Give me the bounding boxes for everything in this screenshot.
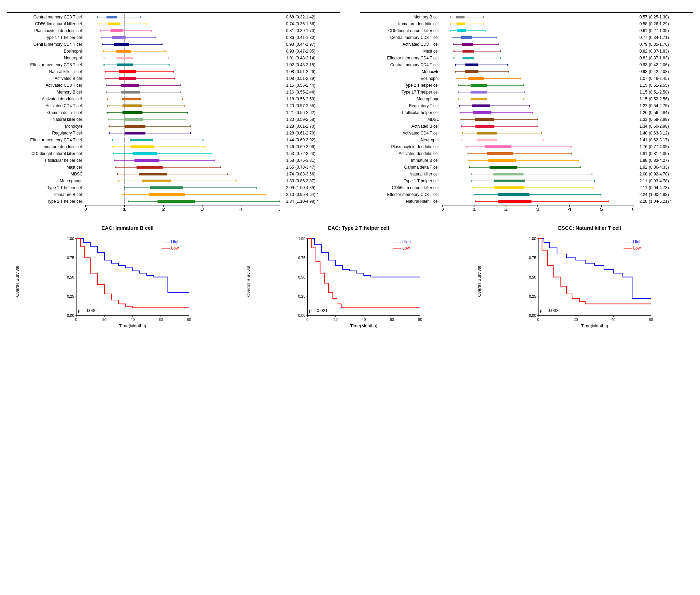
forest-plot-bar (85, 62, 280, 68)
table-row: Activated dendritic cell1.81(0.81-4.06) (360, 150, 693, 157)
forest-plot-bar (85, 69, 280, 75)
km-plot-nk-t: ESCC: Natural killer T cell0.000.250.500… (469, 222, 693, 343)
svg-text:0.00: 0.00 (67, 313, 74, 317)
svg-rect-240 (477, 132, 497, 134)
table-row: Type 2 T helper cell2.34(1.10-4.98) * (7, 198, 340, 204)
svg-text:0: 0 (85, 208, 87, 211)
ci-value: (0.47-2.05) (295, 49, 340, 54)
svg-text:0.25: 0.25 (298, 294, 305, 298)
svg-text:4: 4 (239, 208, 243, 211)
ci-value: (0.83-3.66) (295, 172, 340, 176)
hr-value: 0.61 (633, 28, 649, 33)
hr-value: 1.20 (280, 103, 295, 108)
hr-value: 2.28 (633, 199, 649, 204)
hr-value: 0.58 (633, 22, 649, 26)
svg-rect-160 (457, 23, 465, 25)
table-row: Activated CD4 T cell1.20(0.57-2.55) (7, 102, 340, 109)
table-row: Activated CD8 T cell0.79(0.35-1.76) (360, 41, 693, 47)
hr-value: 1.22 (633, 103, 649, 108)
table-row: Type 2 T helper cell1.15(0.51-2.55) (360, 82, 693, 88)
km-title: EAC: Immature B cell (27, 225, 228, 231)
table-row: CD56dim natural killer cell2.11(0.94-4.7… (360, 184, 693, 191)
forest-plot-bar (442, 48, 633, 54)
table-row: Gamma delta T cell1.92(0.86-4.33) (360, 164, 693, 170)
ci-value: (0.41-1.80) (295, 35, 340, 40)
hr-value: 1.07 (633, 76, 649, 81)
panel-a: Central memory CD8 T cell0.68(0.32-1.42)… (7, 9, 693, 211)
table-row: MDSC1.74(0.83-3.66) (7, 171, 340, 177)
table-row: Type 17 T helper cell0.86(0.41-1.80) (7, 34, 340, 41)
svg-rect-62 (122, 98, 141, 100)
svg-text:80: 80 (187, 317, 191, 322)
forest-plot-bar (85, 103, 280, 109)
cell-type-label: Monocyte (360, 69, 442, 74)
table-row: Regulatory T cell1.22(0.54-2.75) (360, 102, 693, 109)
forest-plot-bar (85, 137, 280, 143)
table-row: CD56bright natural killer cell0.61(0.27-… (360, 27, 693, 34)
ci-value: (0.75-3.31) (295, 158, 340, 163)
forest-plot-bar (85, 185, 280, 191)
hr-value: 1.40 (633, 131, 649, 136)
hr-value: 0.82 (633, 56, 649, 60)
hr-value: 1.58 (280, 158, 295, 163)
ci-value: (0.69-3.02) (295, 138, 340, 142)
hr-value: 2.10 (280, 192, 295, 197)
svg-rect-245 (477, 139, 498, 141)
svg-rect-170 (461, 36, 472, 39)
cell-type-label: Activated B cell (7, 76, 85, 81)
forest-plot-bar (85, 164, 280, 170)
table-row: Plasmacytoid dendritic cell0.81(0.39-1.7… (7, 27, 340, 34)
hr-value: 1.21 (280, 110, 295, 115)
cell-type-label: Natural killer T cell (7, 69, 85, 74)
cell-type-label: Central memory CD8 T cell (7, 15, 85, 19)
hr-value: 1.08 (280, 76, 295, 81)
hr-value: 0.68 (280, 15, 295, 19)
svg-rect-190 (465, 63, 478, 66)
table-row: Eosinophil1.07(0.46-2.45) (360, 75, 693, 82)
table-row: Activated dendritic cell1.18(0.56-2.50) (7, 96, 340, 102)
svg-text:0.00: 0.00 (529, 313, 536, 317)
svg-rect-185 (463, 57, 474, 59)
svg-rect-12 (111, 29, 123, 32)
svg-text:60: 60 (649, 317, 653, 322)
ci-value: (0.72-3.23) (295, 151, 340, 156)
table-row: Activated B cell1.08(0.51-2.29) (7, 75, 340, 82)
cell-type-label: Central memory CD8 T cell (360, 35, 442, 40)
table-row: T follicular helper cell1.58(0.75-3.31) (7, 157, 340, 164)
table-row: Monocyte1.28(0.61-2.70) (7, 123, 340, 129)
hr-value: 0.98 (280, 49, 295, 54)
svg-text:20: 20 (102, 317, 107, 322)
ci-value: (0.56-2.84) (649, 110, 693, 115)
cell-type-label: Regulatory T cell (7, 131, 85, 136)
svg-text:0.50: 0.50 (298, 275, 305, 279)
table-row: Effector memeory CD4 T cell0.82(0.37-1.8… (360, 55, 693, 61)
cell-type-label: Type 2 T helper cell (360, 83, 442, 88)
cell-type-label: Activated dendritic cell (360, 151, 442, 156)
svg-text:0: 0 (75, 317, 77, 322)
table-row: Plasmacytoid dendritic cell1.76(0.77-4.0… (360, 143, 693, 150)
svg-rect-225 (473, 111, 491, 114)
hr-value: 1.65 (280, 165, 295, 170)
km-title: EAC: Type 2 T helper cell (258, 225, 459, 231)
table-row: Memory B cell0.57(0.25-1.30) (360, 14, 693, 20)
forest-plot-bar (85, 48, 280, 54)
hr-value: 1.76 (633, 144, 649, 149)
table-row: Monocyte0.93(0.42-2.08) (360, 68, 693, 75)
table-row: Macrophage1.15(0.52-2.56) (360, 96, 693, 102)
table-row: Effector memeory CD8 T cell1.02(0.48-2.1… (7, 61, 340, 68)
forest-plot-bar (442, 82, 633, 88)
ci-value: (0.48-2.15) (295, 62, 340, 67)
svg-rect-260 (488, 159, 516, 162)
cell-type-label: Type 1 T helper cell (7, 185, 85, 190)
svg-rect-270 (493, 173, 523, 175)
table-row: Natural killer cell1.23(0.59-2.58) (7, 116, 340, 123)
svg-text:1.00: 1.00 (529, 237, 536, 241)
table-row: Activated CD4 T cell1.40(0.63-3.12) (360, 130, 693, 136)
forest-plot-bar (85, 123, 280, 129)
forest-plot-bar (442, 41, 633, 47)
svg-rect-82 (125, 125, 145, 128)
svg-rect-180 (463, 50, 474, 53)
cell-type-label: Eosinophil (7, 49, 85, 54)
cell-type-label: MDSC (360, 117, 442, 122)
svg-text:0: 0 (306, 317, 308, 322)
